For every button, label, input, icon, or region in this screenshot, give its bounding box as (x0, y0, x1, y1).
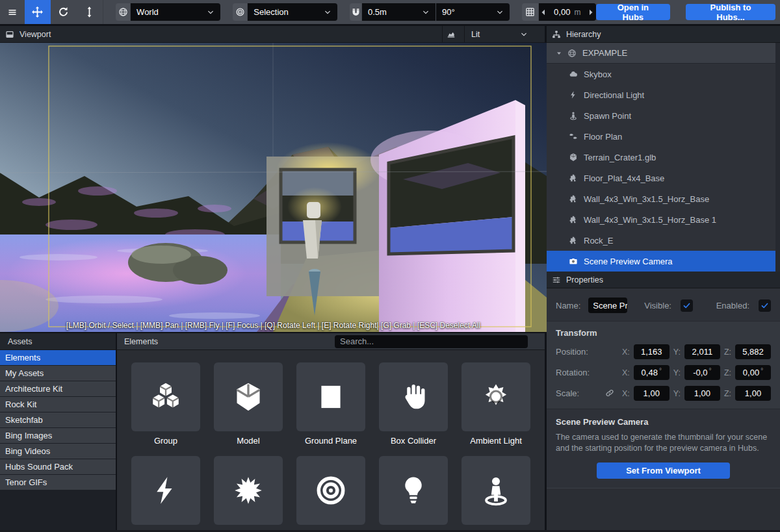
chevron-down-icon (422, 8, 430, 16)
assets-tab-bing-videos[interactable]: Bing Videos (0, 444, 116, 459)
enabled-label: Enabled: (716, 301, 749, 310)
cube-icon (232, 381, 265, 413)
rotation-y-input[interactable]: -0,0° (684, 365, 720, 380)
properties-header: Properties (547, 272, 780, 288)
rotation-z-input[interactable]: 0,00° (735, 365, 771, 380)
hierarchy-node-scene-preview-camera[interactable]: Scene Preview Camera (547, 251, 775, 272)
hierarchy-tree: EXPAMPLESkyboxDirectional LightSpawn Poi… (547, 43, 780, 272)
toolbar-divider (103, 0, 103, 24)
check-icon (682, 301, 691, 310)
transform-space-control: World (116, 3, 220, 21)
node-label: Spawn Point (584, 111, 631, 121)
hierarchy-scrollbar[interactable] (775, 43, 780, 272)
chevron-down-icon (520, 31, 528, 38)
scale-tool-button[interactable] (77, 0, 103, 24)
rotation-x-input[interactable]: 0,48° (634, 365, 670, 380)
assets-tab-tenor-gifs[interactable]: Tenor GIFs (0, 475, 116, 490)
top-toolbar: World Selection 0.5m 90° 0,00 m (0, 0, 780, 26)
element-tile-lightbulb[interactable] (379, 456, 448, 530)
cloud-icon (569, 70, 578, 79)
snap-translate-value: 0.5m (368, 7, 415, 17)
element-tile-starburst[interactable] (214, 456, 283, 530)
visible-checkbox[interactable] (681, 299, 693, 312)
transform-space-value: World (136, 7, 200, 17)
stats-toggle-button[interactable] (442, 26, 464, 42)
visible-label: Visible: (644, 301, 671, 310)
element-tile-ambient-light[interactable]: Ambient Light (462, 362, 530, 446)
transform-space-select[interactable]: World (131, 3, 220, 21)
shading-mode-value: Lit (471, 30, 520, 39)
menu-button[interactable] (0, 0, 25, 24)
element-tile-group[interactable]: Group (131, 362, 200, 446)
element-tile-street-view[interactable] (462, 456, 530, 530)
chevron-right-icon (587, 8, 595, 16)
element-tile-bolt[interactable] (131, 456, 200, 530)
snap-translate-select[interactable]: 0.5m (362, 3, 436, 21)
element-tile-model[interactable]: Model (214, 362, 283, 446)
hierarchy-node-directional-light[interactable]: Directional Light (547, 84, 775, 105)
element-tile-label: Model (214, 436, 283, 446)
puzzle-icon (569, 194, 578, 203)
hierarchy-node-terrain-crater1-glb[interactable]: Terrain_Crater1.glb (547, 147, 775, 168)
grid-icon (525, 7, 535, 17)
element-tile-ground-plane[interactable]: Ground Plane (296, 362, 365, 446)
rotation-row: Rotation: X: 0,48° Y: -0,0° Z: 0,00° (556, 365, 771, 380)
rotate-tool-button[interactable] (51, 0, 77, 24)
node-label: Wall_4x3_Win_3x1.5_Horz_Base (584, 194, 709, 204)
enabled-checkbox[interactable] (759, 299, 771, 312)
hierarchy-node-floor-plat-4x4-base[interactable]: Floor_Plat_4x4_Base (547, 168, 775, 188)
link-scale-icon[interactable] (605, 388, 615, 398)
assets-tab-rock-kit[interactable]: Rock Kit (0, 397, 116, 412)
assets-tab-hubs-sound-pack[interactable]: Hubs Sound Pack (0, 459, 116, 474)
position-y-input[interactable]: 2,011 (684, 344, 720, 359)
transform-pivot-select[interactable]: Selection (248, 3, 337, 21)
shading-mode-select[interactable]: Lit (464, 26, 540, 42)
square-icon (315, 381, 347, 413)
caret-down-icon (555, 49, 563, 57)
hierarchy-node-wall-4x3-win-3x1-5-horz-base-1[interactable]: Wall_4x3_Win_3x1.5_Horz_Base 1 (547, 209, 775, 230)
grid-height-input[interactable]: 0,00 m (549, 7, 586, 17)
properties-title: Properties (566, 275, 603, 285)
assets-tab-sketchfab[interactable]: Sketchfab (0, 412, 116, 427)
scale-x-input[interactable]: 1,00 (634, 386, 670, 401)
assets-tab-architecture-kit[interactable]: Architecture Kit (0, 381, 116, 396)
hierarchy-node-rock-e[interactable]: Rock_E (547, 230, 775, 251)
set-from-viewport-button[interactable]: Set From Viewport (597, 462, 730, 479)
node-label: Rock_E (584, 236, 614, 246)
grid-height-increase-button[interactable] (586, 3, 596, 21)
move-icon (31, 6, 44, 18)
grid-height-control: 0,00 m (522, 3, 596, 21)
position-x-input[interactable]: 1,163 (634, 344, 670, 359)
position-z-input[interactable]: 5,882 (735, 344, 771, 359)
grid-height-value: 0,00 (554, 7, 570, 17)
grid-height-decrease-button[interactable] (539, 3, 549, 21)
hierarchy-node-expample[interactable]: EXPAMPLE (547, 43, 775, 64)
search-input[interactable] (335, 335, 528, 348)
hierarchy-node-wall-4x3-win-3x1-5-horz-base[interactable]: Wall_4x3_Win_3x1.5_Horz_Base (547, 188, 775, 209)
hierarchy-node-floor-plan[interactable]: Floor Plan (547, 126, 775, 147)
assets-tab-bing-images[interactable]: Bing Images (0, 428, 116, 443)
scene-render (0, 43, 547, 332)
node-label: Floor_Plat_4x4_Base (584, 173, 664, 183)
scale-row: Scale: X: 1,00 Y: 1,00 Z: 1,00 (556, 386, 771, 401)
assets-title: Assets (8, 337, 32, 346)
chevron-down-icon (324, 8, 332, 16)
publish-to-hubs-button[interactable]: Publish to Hubs... (686, 4, 775, 20)
hierarchy-node-skybox[interactable]: Skybox (547, 64, 775, 84)
scale-y-input[interactable]: 1,00 (684, 386, 720, 401)
camera-icon (569, 257, 578, 266)
assets-tab-elements[interactable]: Elements (0, 350, 116, 365)
snap-control: 0.5m 90° (350, 3, 510, 21)
name-input[interactable]: Scene Preview Camera (588, 298, 627, 313)
camera-component-section: Scene Preview Camera The camera used to … (547, 409, 780, 488)
translate-tool-button[interactable] (25, 0, 51, 24)
viewport-canvas[interactable]: [LMB] Orbit / Select | [MMB] Pan | [RMB]… (0, 43, 547, 332)
snap-rotate-value: 90° (442, 7, 489, 17)
snap-rotate-select[interactable]: 90° (436, 3, 510, 21)
hierarchy-node-spawn-point[interactable]: Spawn Point (547, 105, 775, 126)
element-tile-bullseye[interactable] (296, 456, 365, 530)
element-tile-box-collider[interactable]: Box Collider (379, 362, 448, 446)
scale-z-input[interactable]: 1,00 (735, 386, 771, 401)
open-in-hubs-button[interactable]: Open in Hubs (596, 4, 670, 20)
assets-tab-my-assets[interactable]: My Assets (0, 366, 116, 381)
